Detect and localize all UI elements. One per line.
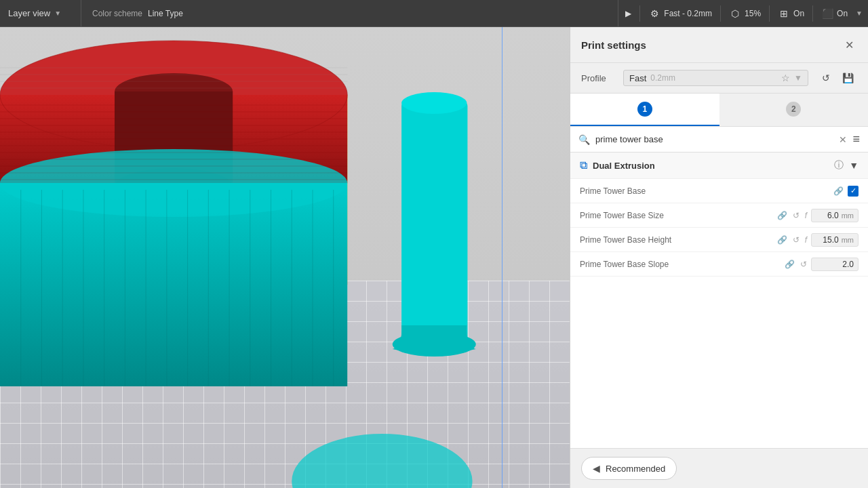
settings-content: ⧉ Dual Extrusion ⓘ ▼ Prime Tower Base 🔗 … xyxy=(570,152,868,448)
layer-view-dropdown[interactable]: Layer view ▼ xyxy=(0,0,81,26)
dual-extrusion-section-header: ⧉ Dual Extrusion ⓘ ▼ xyxy=(570,152,868,179)
search-menu-button[interactable]: ≡ xyxy=(852,132,860,146)
dual-extrusion-icon: ⧉ xyxy=(580,159,587,171)
prime-tower-base-controls: 🔗 xyxy=(832,185,859,197)
profile-btn[interactable]: ⚙ Fast - 0.2mm xyxy=(642,0,719,27)
profile-label: Fast - 0.2mm xyxy=(664,9,712,18)
tabs-row: 1 2 xyxy=(570,94,868,127)
setting-prime-tower-base: Prime Tower Base 🔗 xyxy=(570,179,868,203)
profile-actions: ↺ 💾 xyxy=(816,68,857,87)
size-link-btn[interactable]: 🔗 xyxy=(776,209,789,222)
recommended-label: Recommended xyxy=(606,464,665,474)
adhesion-label: On xyxy=(837,9,848,18)
prime-tower-base-label: Prime Tower Base xyxy=(580,186,832,196)
search-input[interactable] xyxy=(595,134,833,144)
slope-link-btn[interactable]: 🔗 xyxy=(783,258,796,270)
profile-row: Profile Fast 0.2mm ☆ ▼ ↺ 💾 xyxy=(570,63,868,94)
size-reset-btn[interactable]: ↺ xyxy=(791,209,801,222)
svg-point-13 xyxy=(292,434,472,488)
support-label: On xyxy=(793,9,804,18)
separator-2 xyxy=(720,5,721,22)
infill-btn[interactable]: ⬡ 15% xyxy=(722,0,768,27)
adhesion-btn[interactable]: ⬛ On xyxy=(814,0,854,27)
search-bar: 🔍 ✕ ≡ xyxy=(570,127,868,152)
infill-pct: 15% xyxy=(745,9,761,18)
profile-input-area[interactable]: Fast 0.2mm ☆ ▼ xyxy=(623,70,808,86)
profile-name: Fast xyxy=(629,73,646,83)
size-formula-btn[interactable]: f xyxy=(804,209,808,222)
scene-svg xyxy=(0,27,570,488)
chevron-down-icon: ▼ xyxy=(54,9,61,17)
height-unit: mm xyxy=(842,236,854,244)
toolbar-expand-icon: ▼ xyxy=(856,9,863,17)
section-title: Dual Extrusion xyxy=(593,161,829,171)
sliders-icon: ⚙ xyxy=(648,7,660,20)
prime-tower-base-size-controls: 🔗 ↺ f 6.0 mm xyxy=(776,209,859,222)
svg-rect-10 xyxy=(401,102,467,346)
height-formula-btn[interactable]: f xyxy=(804,234,808,246)
setting-prime-tower-base-size: Prime Tower Base Size 🔗 ↺ f 6.0 mm xyxy=(570,203,868,228)
search-icon: 🔍 xyxy=(578,134,590,145)
separator-3 xyxy=(769,5,770,22)
tab-1-number: 1 xyxy=(637,102,652,117)
section-collapse-button[interactable]: ▼ xyxy=(849,160,859,171)
separator-4 xyxy=(812,5,813,22)
section-info-button[interactable]: ⓘ xyxy=(834,159,844,171)
layer-view-label: Layer view xyxy=(8,8,50,18)
profile-dropdown-icon[interactable]: ▼ xyxy=(794,73,802,83)
slope-value-input[interactable]: 2.0 xyxy=(811,258,859,271)
search-clear-button[interactable]: ✕ xyxy=(839,134,847,145)
prime-tower-base-height-label: Prime Tower Base Height xyxy=(580,235,776,245)
right-panel: Print settings ✕ Profile Fast 0.2mm ☆ ▼ … xyxy=(570,27,868,488)
prime-tower-base-checkbox-container xyxy=(848,186,859,197)
profile-save-button[interactable]: 💾 xyxy=(838,68,857,87)
profile-label: Profile xyxy=(581,73,615,83)
color-scheme-value: Line Type xyxy=(148,9,183,18)
svg-point-11 xyxy=(401,92,467,114)
recommended-button[interactable]: ◀ Recommended xyxy=(581,457,677,480)
support-btn[interactable]: ⊞ On xyxy=(771,0,811,27)
prime-tower-base-link-btn[interactable]: 🔗 xyxy=(832,185,845,197)
chevron-right-icon: ▶ xyxy=(625,9,631,18)
color-scheme-collapse-btn[interactable]: ▶ xyxy=(618,0,638,27)
color-scheme-area: Color scheme Line Type xyxy=(81,9,618,18)
main-content: Print settings ✕ Profile Fast 0.2mm ☆ ▼ … xyxy=(0,27,868,488)
prime-tower-base-checkbox[interactable] xyxy=(848,186,859,197)
star-button[interactable]: ☆ xyxy=(781,73,790,83)
support-icon: ⊞ xyxy=(778,7,790,20)
color-scheme-label: Color scheme xyxy=(92,9,142,18)
height-link-btn[interactable]: 🔗 xyxy=(776,234,789,246)
tab-2-number: 2 xyxy=(786,102,801,117)
close-button[interactable]: ✕ xyxy=(841,37,857,53)
top-toolbar: Layer view ▼ Color scheme Line Type ▶ ⚙ … xyxy=(0,0,868,27)
prime-tower-base-size-label: Prime Tower Base Size xyxy=(580,211,776,220)
separator-1 xyxy=(639,5,640,22)
height-value-input[interactable]: 15.0 mm xyxy=(811,233,859,247)
tab-2[interactable]: 2 xyxy=(719,94,869,126)
slope-value: 2.0 xyxy=(842,260,854,269)
prime-tower-base-slope-label: Prime Tower Base Slope xyxy=(580,260,783,269)
size-value: 6.0 xyxy=(827,211,839,220)
profile-hint: 0.2mm xyxy=(650,73,675,83)
prime-tower-base-slope-controls: 🔗 ↺ 2.0 xyxy=(783,258,859,271)
size-unit: mm xyxy=(842,211,854,220)
back-icon: ◀ xyxy=(593,463,600,474)
setting-prime-tower-base-slope: Prime Tower Base Slope 🔗 ↺ 2.0 xyxy=(570,252,868,277)
adhesion-icon: ⬛ xyxy=(821,7,833,20)
height-reset-btn[interactable]: ↺ xyxy=(791,234,801,246)
profile-reset-button[interactable]: ↺ xyxy=(816,68,835,87)
bottom-bar: ◀ Recommended xyxy=(570,448,868,488)
viewport[interactable] xyxy=(0,27,570,488)
print-settings-header: Print settings ✕ xyxy=(570,27,868,63)
infill-icon: ⬡ xyxy=(729,7,741,20)
prime-tower-base-height-controls: 🔗 ↺ f 15.0 mm xyxy=(776,233,859,247)
tab-1[interactable]: 1 xyxy=(570,94,719,126)
setting-prime-tower-base-height: Prime Tower Base Height 🔗 ↺ f 15.0 mm xyxy=(570,228,868,252)
height-value: 15.0 xyxy=(823,235,838,245)
print-settings-title: Print settings xyxy=(581,39,646,51)
slope-reset-btn[interactable]: ↺ xyxy=(799,258,808,270)
size-value-input[interactable]: 6.0 mm xyxy=(811,209,859,222)
